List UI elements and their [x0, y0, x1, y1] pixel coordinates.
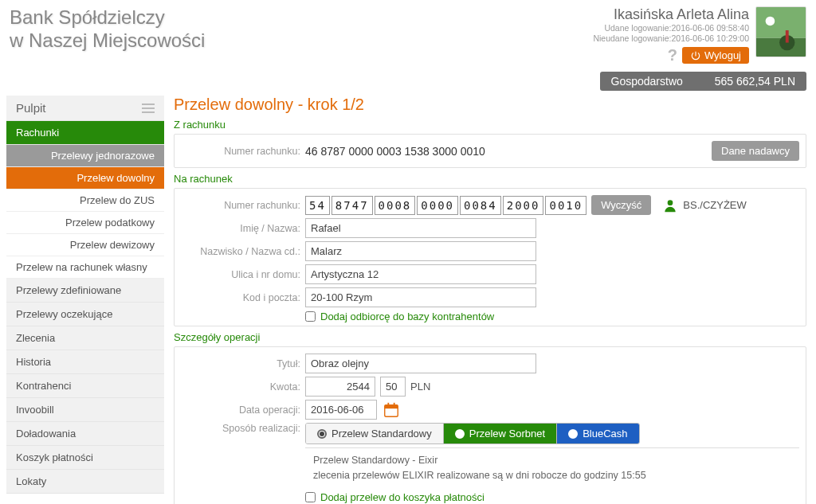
svg-rect-9 — [394, 402, 395, 406]
currency-label: PLN — [410, 381, 430, 393]
account-balance: 565 662,54 PLN — [715, 75, 795, 88]
logout-label: Wyloguj — [704, 49, 741, 61]
avatar — [755, 6, 806, 57]
radio-standard-label: Przelew Standardowy — [332, 428, 432, 440]
svg-point-5 — [668, 200, 673, 205]
input-name[interactable] — [305, 218, 536, 238]
sidebar-rachunki[interactable]: Rachunki — [6, 121, 164, 145]
radio-icon — [568, 429, 578, 439]
radio-sorbnet-label: Przelew Sorbnet — [469, 428, 545, 440]
help-icon[interactable]: ? — [668, 46, 677, 64]
header: Bank Spółdzielczy w Naszej Miejscowości … — [0, 0, 816, 72]
svg-rect-3 — [786, 30, 789, 43]
label-amount: Kwota: — [181, 381, 300, 393]
panel-from: Numer rachunku: 46 8787 0000 0003 1538 3… — [174, 134, 806, 168]
account-bar: Gospodarstwo 565 662,54 PLN — [0, 72, 816, 96]
sidebar-historia[interactable]: Historia — [6, 350, 164, 374]
acct-seg-6[interactable]: 0010 — [545, 196, 586, 215]
radio-bluecash[interactable]: BlueCash — [557, 424, 638, 443]
bank-name-line1: Bank Spółdzielczy — [10, 6, 205, 29]
sidebar: Pulpit Rachunki Przelewy jednorazowe Prz… — [6, 96, 164, 504]
radio-bluecash-label: BlueCash — [583, 428, 627, 440]
svg-rect-8 — [387, 402, 389, 406]
input-surname[interactable] — [305, 241, 536, 261]
input-amount-dec[interactable] — [380, 377, 406, 397]
sidebar-lokaty[interactable]: Lokaty — [6, 470, 164, 494]
page-title: Przelew dowolny - krok 1/2 — [174, 96, 806, 114]
sidebar-invoobill[interactable]: Invoobill — [6, 398, 164, 422]
label-date: Data operacji: — [181, 404, 300, 416]
checkbox-add-contact[interactable] — [305, 311, 316, 322]
to-account-input[interactable]: 54 8747 0008 0000 0084 2000 0010 — [305, 196, 586, 215]
sidebar-pulpit-label: Pulpit — [16, 101, 46, 115]
header-right: Ikasińska Arleta Alina Udane logowanie:2… — [593, 6, 806, 72]
sidebar-zdefiniowane[interactable]: Przelewy zdefiniowane — [6, 279, 164, 303]
svg-rect-0 — [756, 7, 806, 38]
section-from: Z rachunku — [174, 119, 806, 131]
sidebar-sub-wlasny[interactable]: Przelew na rachunek własny — [6, 256, 164, 279]
content: Przelew dowolny - krok 1/2 Z rachunku Nu… — [174, 96, 810, 504]
panel-details: Tytuł: Kwota: PLN Data operacji: Sposób … — [174, 346, 806, 504]
from-account-number: 46 8787 0000 0003 1538 3000 0010 — [305, 145, 707, 158]
checkbox-add-basket[interactable] — [305, 492, 316, 502]
input-title[interactable] — [305, 354, 536, 373]
sidebar-zlecenia[interactable]: Zlecenia — [6, 326, 164, 350]
bank-title: Bank Spółdzielczy w Naszej Miejscowości — [10, 6, 205, 72]
radio-sorbnet[interactable]: Przelew Sorbnet — [444, 424, 557, 443]
svg-point-4 — [766, 17, 775, 26]
person-icon — [662, 197, 678, 213]
user-name: Ikasińska Arleta Alina — [593, 6, 749, 23]
sidebar-sub-dowolny[interactable]: Przelew dowolny — [6, 167, 164, 189]
label-street: Ulica i nr domu: — [181, 269, 300, 280]
section-to: Na rachunek — [174, 173, 806, 185]
sidebar-kontrahenci[interactable]: Kontrahenci — [6, 374, 164, 398]
label-post: Kod i poczta: — [181, 292, 300, 303]
sidebar-sub-jednorazowe[interactable]: Przelewy jednorazowe — [6, 145, 164, 167]
acct-seg-2[interactable]: 0008 — [375, 196, 416, 215]
method-radio-group: Przelew Standardowy Przelew Sorbnet Blue… — [305, 423, 640, 444]
calendar-icon[interactable] — [382, 400, 401, 420]
sidebar-rachunki-label: Rachunki — [16, 127, 59, 139]
logout-button[interactable]: Wyloguj — [682, 47, 749, 64]
acct-seg-1[interactable]: 8747 — [332, 196, 373, 215]
sidebar-koszyk[interactable]: Koszyk płatności — [6, 446, 164, 470]
radio-standard[interactable]: Przelew Standardowy — [306, 424, 444, 443]
sidebar-pulpit[interactable]: Pulpit — [6, 96, 164, 121]
radio-icon — [455, 429, 465, 439]
radio-icon — [317, 429, 327, 439]
acct-seg-3[interactable]: 0000 — [417, 196, 458, 215]
clear-acct-button[interactable]: Wyczyść — [591, 195, 651, 215]
sidebar-sub-zus[interactable]: Przelew do ZUS — [6, 189, 164, 212]
acct-seg-5[interactable]: 2000 — [503, 196, 544, 215]
sidebar-oczekujace[interactable]: Przelewy oczekujące — [6, 303, 164, 326]
sidebar-sub-dewizowy[interactable]: Przelew dewizowy — [6, 234, 164, 256]
label-add-basket[interactable]: Dodaj przelew do koszyka płatności — [320, 491, 484, 503]
label-name: Imię / Nazwa: — [181, 223, 300, 234]
svg-rect-7 — [385, 404, 398, 408]
input-date[interactable] — [305, 400, 377, 420]
sidebar-doladowania[interactable]: Doładowania — [6, 422, 164, 446]
label-add-contact[interactable]: Dodaj odbiorcę do bazy kontrahentów — [320, 311, 494, 322]
input-post[interactable] — [305, 287, 536, 307]
label-surname: Nazwisko / Nazwa cd.: — [181, 246, 300, 257]
power-icon — [690, 50, 701, 61]
sidebar-sub-podatkowy[interactable]: Przelew podatkowy — [6, 212, 164, 234]
account-name: Gospodarstwo — [611, 75, 683, 88]
label-from-acct: Numer rachunku: — [181, 146, 300, 157]
account-chip[interactable]: Gospodarstwo 565 662,54 PLN — [600, 72, 806, 91]
login-fail: Nieudane logowanie:2016-06-06 10:29:00 — [593, 33, 749, 44]
sender-data-button[interactable]: Dane nadawcy — [712, 141, 799, 161]
acct-seg-0[interactable]: 54 — [305, 196, 330, 215]
acct-seg-4[interactable]: 0084 — [460, 196, 501, 215]
login-success: Udane logowanie:2016-06-06 09:58:40 — [593, 23, 749, 33]
method-info: Przelew Standardowy - Eixir zlecenia prz… — [305, 447, 799, 488]
label-to-acct: Numer rachunku: — [181, 200, 300, 211]
method-info-body: zlecenia przelewów ELIXIR realizowane są… — [313, 468, 791, 483]
panel-to: Numer rachunku: 54 8747 0008 0000 0084 2… — [174, 188, 806, 326]
input-street[interactable] — [305, 264, 536, 284]
label-title: Tytuł: — [181, 358, 300, 369]
input-amount-int[interactable] — [305, 377, 375, 397]
hamburger-icon — [142, 104, 155, 113]
bank-name-line2: w Naszej Miejscowości — [10, 29, 205, 53]
login-info: Ikasińska Arleta Alina Udane logowanie:2… — [593, 6, 749, 64]
